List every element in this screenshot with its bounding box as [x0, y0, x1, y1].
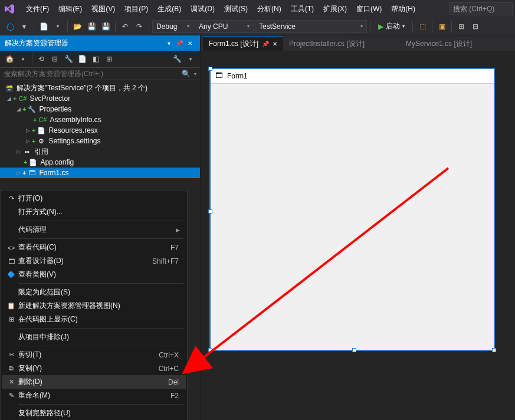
file-node[interactable]: ▷+📄 Resources.resx — [0, 125, 200, 136]
panel-close-icon[interactable]: ✕ — [185, 38, 195, 48]
tool-btn-4[interactable]: ⊟ — [469, 20, 482, 33]
csharp-file-icon: C# — [38, 115, 47, 124]
pin-icon[interactable]: 📌 — [262, 41, 269, 47]
preview-icon[interactable]: ◧ — [90, 53, 101, 65]
menu-project[interactable]: 项目(P) — [120, 2, 153, 17]
ctx-item[interactable]: 限定为此范围(S) — [2, 286, 186, 299]
ctx-item[interactable]: ✂剪切(T)Ctrl+X — [2, 348, 186, 362]
solution-tree: 🗃️ 解决方案"TestService"(2 个项目，共 2 个) ◢+C# S… — [0, 80, 200, 181]
ctx-item[interactable]: ↷打开(O) — [2, 192, 186, 205]
save-button[interactable]: 💾 — [85, 20, 98, 33]
menu-file[interactable]: 文件(F) — [21, 2, 54, 17]
file-node[interactable]: +📄 App.config — [0, 157, 200, 168]
close-icon[interactable]: ✕ — [273, 41, 277, 47]
tool-btn-3[interactable]: ⊞ — [455, 20, 468, 33]
chevron-down-icon[interactable]: ▾ — [17, 53, 29, 65]
ctx-item[interactable]: 📋新建解决方案资源管理器视图(N) — [2, 299, 186, 313]
file-node[interactable]: +C# AssemblyInfo.cs — [0, 114, 200, 125]
panel-toolbar: 🏠 ▾ ⟲ ⊟ 🔧 📄 ◧ ⊞ 🔧 ▾ — [0, 51, 200, 68]
panel-dropdown-icon[interactable]: ▾ — [163, 38, 174, 48]
wrench-icon[interactable]: 🔧 — [171, 53, 183, 65]
ctx-item[interactable]: 🗔查看设计器(D)Shift+F7 — [2, 254, 186, 268]
config-dropdown[interactable]: Debug▾ — [152, 20, 193, 33]
panel-title-bar: 解决方案资源管理器 ▾ 📌 ✕ — [0, 35, 200, 51]
menu-tools[interactable]: 工具(T) — [286, 2, 319, 17]
form-title-text: Form1 — [227, 72, 248, 80]
resize-handle[interactable] — [208, 209, 212, 214]
home-icon[interactable]: 🏠 — [4, 53, 15, 65]
menu-edit[interactable]: 编辑(E) — [54, 2, 87, 17]
startup-project-dropdown[interactable]: TestService▾ — [255, 20, 367, 33]
settings-icon: ⚙ — [37, 136, 46, 146]
show-all-icon[interactable]: 📄 — [76, 53, 88, 65]
menu-analyze[interactable]: 分析(N) — [252, 2, 286, 17]
menu-extensions[interactable]: 扩展(X) — [319, 2, 352, 17]
ctx-item[interactable]: ⊞在代码图上显示(C) — [2, 313, 186, 326]
cut-icon: ✂ — [4, 351, 18, 359]
tool-btn-2[interactable]: ▣ — [435, 20, 448, 33]
ctx-item[interactable]: ⧉复制(Y)Ctrl+C — [2, 362, 186, 375]
platform-dropdown[interactable]: Any CPU▾ — [195, 20, 254, 33]
form-titlebar: 🗔 Form1 — [211, 69, 494, 84]
menu-bar: 文件(F) 编辑(E) 视图(V) 项目(P) 生成(B) 调试(D) 测试(S… — [0, 0, 515, 18]
menu-help[interactable]: 帮助(H) — [386, 2, 420, 17]
form-designer-window[interactable]: 🗔 Form1 — [210, 68, 494, 350]
form-client-area[interactable] — [211, 84, 494, 349]
wrench-icon: 🔧 — [27, 104, 37, 114]
menu-view[interactable]: 视图(V) — [87, 2, 120, 17]
resize-handle[interactable] — [208, 67, 212, 71]
resize-handle[interactable] — [352, 348, 356, 352]
nav-fwd-button[interactable]: ▾ — [18, 20, 31, 33]
panel-title-text: 解决方案资源管理器 — [5, 38, 68, 48]
ctx-item[interactable]: 代码清理▶ — [2, 223, 186, 237]
rename-icon: ✎ — [4, 392, 18, 399]
ctx-item[interactable]: 打开方式(N)... — [2, 205, 186, 219]
ctx-item[interactable]: 🔷查看类图(V) — [2, 268, 186, 281]
ctx-item[interactable]: <>查看代码(C)F7 — [2, 241, 186, 254]
menu-build[interactable]: 生成(B) — [153, 2, 186, 17]
menu-window[interactable]: 窗口(W) — [352, 2, 386, 17]
start-debug-button[interactable]: ▶启动▾ — [373, 20, 409, 33]
project-node[interactable]: ◢+C# SvcProtector — [0, 93, 200, 104]
redo-button[interactable]: ↷ — [133, 20, 146, 33]
ctx-item[interactable]: 从项目中排除(J) — [2, 330, 186, 344]
design-surface[interactable]: 🗔 Form1 — [201, 51, 515, 420]
tab-form1[interactable]: Form1.cs [设计]📌✕ — [203, 36, 283, 51]
open-icon: ↷ — [4, 195, 18, 202]
submenu-arrow-icon: ▶ — [176, 227, 180, 233]
designer-icon: 🗔 — [4, 258, 18, 265]
save-all-button[interactable]: 💾 — [99, 20, 112, 33]
code-icon: <> — [4, 244, 18, 251]
solution-node[interactable]: 🗃️ 解决方案"TestService"(2 个项目，共 2 个) — [0, 83, 200, 93]
search-input[interactable]: 搜索 (Ctrl+Q) — [449, 2, 513, 15]
codemap-icon: ⊞ — [4, 316, 18, 323]
panel-pin-icon[interactable]: 📌 — [174, 38, 185, 48]
resize-handle[interactable] — [208, 348, 212, 352]
menu-test[interactable]: 测试(S) — [219, 2, 252, 17]
sync-icon[interactable]: ⟲ — [35, 53, 47, 65]
editor-tabs: Form1.cs [设计]📌✕ ProjectInstaller.cs [设计]… — [201, 35, 515, 51]
tab-projectinstaller[interactable]: ProjectInstaller.cs [设计] — [283, 36, 370, 51]
ctx-item[interactable]: ✎重命名(M)F2 — [2, 389, 186, 402]
ctx-item[interactable]: 复制完整路径(U) — [2, 406, 186, 420]
tool-btn-1[interactable]: ⬚ — [416, 20, 429, 33]
nav-back-button[interactable]: ◯ — [4, 20, 17, 33]
file-node[interactable]: ▷+⚙ Settings.settings — [0, 136, 200, 146]
properties-node[interactable]: ◢+🔧 Properties — [0, 104, 200, 114]
resize-handle[interactable] — [492, 348, 496, 352]
search-icon[interactable]: 🔍 — [182, 70, 191, 78]
refresh-icon[interactable]: ⊞ — [103, 53, 115, 65]
undo-button[interactable]: ↶ — [119, 20, 132, 33]
form1-node[interactable]: ▷+🗔 Form1.cs — [0, 168, 200, 178]
menu-debug[interactable]: 调试(D) — [186, 2, 219, 17]
new-project-button[interactable]: 📄 — [37, 20, 50, 33]
open-button[interactable]: 📂 — [71, 20, 84, 33]
properties-icon[interactable]: 🔧 — [63, 53, 74, 65]
references-node[interactable]: ▷▪▪ 引用 — [0, 146, 200, 157]
solution-search-input[interactable] — [4, 70, 182, 78]
chevron-down-icon[interactable]: ▾ — [185, 53, 196, 65]
chevron-down-icon[interactable]: ▾ — [51, 20, 64, 33]
collapse-icon[interactable]: ⊟ — [49, 53, 61, 65]
ctx-item[interactable]: ✕删除(D)Del — [2, 375, 186, 389]
tab-myservice[interactable]: MyService1.cs [设计] — [400, 36, 478, 51]
